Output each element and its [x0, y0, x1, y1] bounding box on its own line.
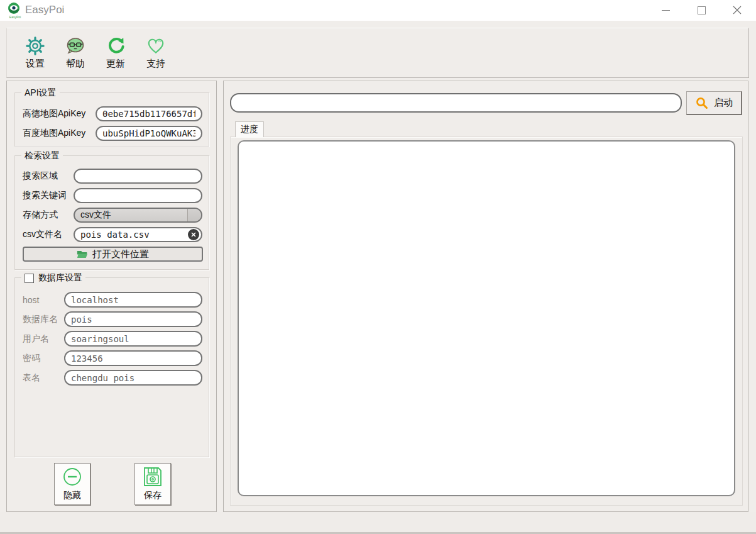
tab-progress[interactable]: 进度	[235, 121, 264, 137]
close-icon	[733, 6, 742, 14]
hide-button[interactable]: 隐藏	[54, 463, 90, 505]
heart-icon	[146, 36, 165, 55]
toolbar-support-label: 支持	[146, 58, 165, 70]
csv-filename-input[interactable]	[74, 227, 202, 242]
folder-open-icon	[77, 250, 88, 259]
db-user-label: 用户名	[23, 333, 64, 345]
logo-caption: EasyPoi	[7, 15, 23, 19]
amap-apikey-input[interactable]	[96, 106, 202, 121]
open-file-location-label: 打开文件位置	[92, 248, 149, 260]
minimize-icon	[662, 10, 670, 11]
db-settings-group: 数据库设置 host 数据库名 用户名 密码 表名	[14, 277, 209, 457]
toolbar-help-button[interactable]: 帮助	[60, 36, 91, 70]
progress-tab-pane	[230, 136, 743, 506]
search-settings-group: 检索设置 搜索区域 搜索关键词 存储方式 csv文件 csv文件名	[14, 155, 209, 270]
db-settings-checkbox[interactable]	[25, 274, 34, 283]
search-keyword-input[interactable]	[74, 188, 202, 203]
easypoi-logo-icon: EasyPoi	[7, 2, 23, 19]
save-floppy-icon	[141, 465, 164, 488]
query-input[interactable]	[230, 93, 682, 113]
baidu-apikey-label: 百度地图ApiKey	[23, 128, 96, 139]
db-table-label: 表名	[23, 372, 64, 384]
db-password-label: 密码	[23, 353, 64, 364]
clear-x-icon	[191, 232, 196, 237]
gear-icon	[26, 36, 45, 55]
toolbar-settings-button[interactable]: 设置	[19, 36, 51, 70]
toolbar-settings-label: 设置	[26, 58, 45, 70]
storage-mode-select[interactable]: csv文件	[74, 208, 202, 223]
search-icon	[695, 96, 709, 110]
easypoi-window: EasyPoi EasyPoi 设置	[0, 0, 756, 534]
tab-progress-label: 进度	[241, 124, 258, 135]
refresh-icon	[106, 36, 125, 55]
status-bar	[0, 512, 756, 534]
open-file-location-button[interactable]: 打开文件位置	[23, 247, 203, 262]
csv-filename-label: csv文件名	[23, 229, 74, 240]
db-settings-legend-label: 数据库设置	[38, 272, 82, 284]
api-settings-group: API设置 高德地图ApiKey 百度地图ApiKey	[14, 92, 209, 147]
progress-output[interactable]	[238, 140, 735, 496]
start-button[interactable]: 启动	[686, 91, 742, 115]
toolbar-help-label: 帮助	[66, 58, 85, 70]
search-settings-legend: 检索设置	[21, 150, 63, 162]
help-face-icon	[66, 36, 85, 55]
db-password-input[interactable]	[64, 350, 202, 366]
toolbar-support-button[interactable]: 支持	[140, 36, 172, 70]
maximize-icon	[698, 6, 706, 14]
close-button[interactable]	[723, 0, 752, 20]
baidu-apikey-input[interactable]	[96, 126, 202, 141]
db-host-input[interactable]	[64, 292, 202, 308]
save-button[interactable]: 保存	[134, 463, 171, 505]
db-name-input[interactable]	[64, 311, 202, 327]
db-user-input[interactable]	[64, 331, 202, 347]
toolbar-update-button[interactable]: 更新	[100, 36, 131, 70]
maximize-button[interactable]	[687, 0, 716, 20]
dropdown-arrow-icon	[187, 209, 201, 221]
clear-input-button[interactable]	[188, 229, 199, 240]
storage-mode-value: csv文件	[75, 209, 111, 221]
storage-mode-label: 存储方式	[23, 209, 74, 221]
db-host-label: host	[23, 295, 64, 305]
search-region-label: 搜索区域	[23, 170, 74, 182]
start-button-label: 启动	[714, 97, 733, 109]
toolbar-update-label: 更新	[106, 58, 125, 70]
db-name-label: 数据库名	[23, 314, 64, 325]
titlebar: EasyPoi EasyPoi	[0, 0, 756, 21]
window-title: EasyPoi	[25, 4, 64, 16]
hide-minus-icon	[61, 465, 84, 488]
search-keyword-label: 搜索关键词	[23, 190, 74, 201]
hide-button-label: 隐藏	[63, 490, 81, 501]
amap-apikey-label: 高德地图ApiKey	[23, 108, 96, 120]
save-button-label: 保存	[144, 490, 162, 501]
main-panel: 启动 进度	[223, 81, 748, 512]
api-settings-legend: API设置	[21, 87, 60, 99]
db-table-input[interactable]	[64, 370, 202, 386]
minimize-button[interactable]	[651, 0, 680, 20]
toolbar: 设置 帮助 更新 支持	[6, 28, 749, 78]
search-region-input[interactable]	[74, 169, 202, 184]
settings-panel: API设置 高德地图ApiKey 百度地图ApiKey 检索设置 搜索区域 搜索…	[6, 81, 217, 512]
db-settings-legend: 数据库设置	[21, 272, 85, 284]
